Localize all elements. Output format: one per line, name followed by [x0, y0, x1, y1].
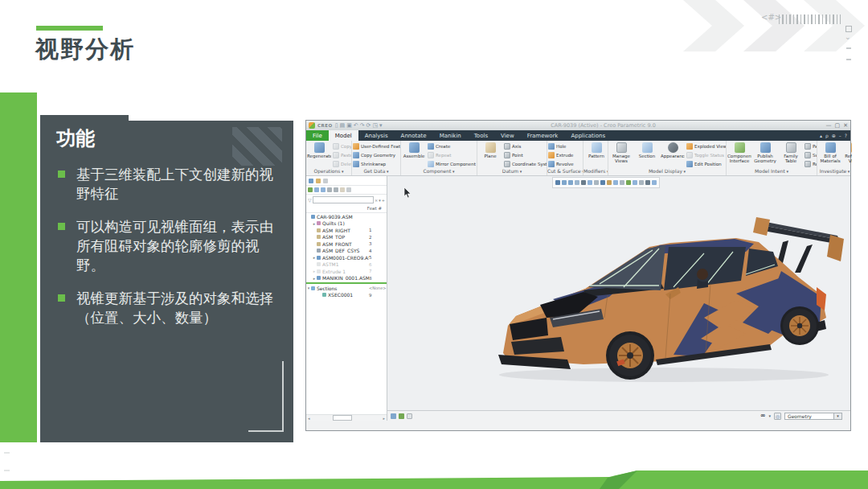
ribbon-item-switch-dimensions[interactable]: Switch Dimensions [805, 151, 817, 159]
group-label-datum[interactable]: Datum [477, 168, 547, 175]
tree-horizontal-scrollbar[interactable]: ◂ ▸ [306, 414, 387, 421]
ribbon-item-reference-viewer[interactable]: Reference Viewer [844, 142, 852, 163]
tab-annotate[interactable]: Annotate [395, 130, 433, 141]
display-style-icon[interactable] [588, 180, 592, 185]
tree-row-asm0001[interactable]: ▸ ASM0001-CREO9.ASM5 [306, 254, 387, 261]
ribbon-item-repeat[interactable]: Repeat [428, 151, 476, 159]
model-tree-tab-icon[interactable] [309, 179, 313, 183]
ribbon-item-copy-geometry[interactable]: Copy Geometry [353, 151, 401, 159]
tree-row-manikin[interactable]: ▸ MANIKIN_0001.ASM8 [306, 275, 387, 282]
regenerate-icon[interactable]: ⟳ [366, 122, 371, 129]
tree-row-asm-def-csys[interactable]: ASM_DEF_CSYS4 [306, 248, 387, 255]
close-icon[interactable]: ✕ [843, 122, 848, 129]
zoom-out-icon[interactable] [568, 180, 573, 185]
tree-row-asm-front[interactable]: ASM_FRONT3 [306, 240, 387, 248]
group-label-operations[interactable]: Operations [306, 168, 351, 175]
annotation-icon[interactable] [633, 180, 637, 185]
tab-model[interactable]: Model [329, 130, 358, 141]
datum-display-icon[interactable] [620, 180, 624, 185]
graphics-canvas[interactable]: ∞ ▾ ◎ Geometry ▾ [387, 176, 850, 421]
ribbon-item-pattern[interactable]: Pattern [584, 142, 608, 158]
favorites-tab-icon[interactable] [323, 179, 328, 183]
scrollbar-thumb[interactable] [333, 415, 352, 421]
clip-icon[interactable] [652, 180, 657, 185]
refit-icon[interactable] [555, 180, 560, 185]
open-file-icon[interactable]: ▤ [340, 122, 346, 129]
ribbon-item-axis[interactable]: Axis [504, 142, 547, 150]
group-label-modifiers[interactable]: Modifiers [583, 168, 608, 175]
tree-filter-input[interactable] [313, 196, 374, 203]
ribbon-item-publish-geometry[interactable]: Publish Geometry [753, 142, 777, 163]
zoom-in-icon[interactable] [562, 180, 567, 185]
filter-tool-icon[interactable]: ◎ [774, 413, 781, 420]
tab-manikin[interactable]: Manikin [433, 130, 468, 141]
search-options-caret-icon[interactable]: ▾ [768, 413, 771, 418]
minimize-icon[interactable]: — [826, 122, 832, 129]
ribbon-item-appearances[interactable]: Appearances [661, 142, 685, 158]
tab-file[interactable]: File [306, 130, 329, 141]
tab-tools[interactable]: Tools [468, 130, 494, 141]
tree-row-extrude1[interactable]: ▸ Extrude 17 [306, 268, 387, 275]
ribbon-item-extrude[interactable]: Extrude [548, 151, 574, 159]
tab-applications[interactable]: Applications [564, 130, 612, 141]
tree-row-quilts[interactable]: ▸ Quilts (1) [306, 220, 387, 228]
options-icon[interactable]: ⊕ [832, 133, 836, 138]
group-label-model-intent[interactable]: Model Intent [727, 168, 817, 175]
clear-filter-icon[interactable]: × [375, 198, 378, 203]
collapse-ribbon-icon[interactable]: ▴ [820, 133, 822, 138]
ribbon-item-delete[interactable]: Delete [333, 160, 352, 168]
help-icon[interactable]: ? [845, 133, 847, 138]
tree-row-asm-right[interactable]: ASM_RIGHT1 [306, 227, 387, 234]
folder-browser-tab-icon[interactable] [316, 179, 321, 183]
more-commands-icon[interactable]: ▾ [379, 122, 383, 129]
notebook-icon[interactable] [407, 413, 412, 419]
ribbon-item-shrinkwrap[interactable]: Shrinkwrap [353, 160, 401, 168]
tab-framework[interactable]: Framework [521, 130, 565, 141]
ribbon-item-parameters[interactable]: Parameters [805, 142, 817, 150]
filter-options-icon[interactable]: ▾ [379, 198, 381, 203]
spin-center-icon[interactable] [626, 180, 631, 185]
sketch-view-icon[interactable] [613, 180, 618, 185]
ribbon-item-edit-position[interactable]: Edit Position [686, 160, 727, 168]
ribbon-item-exploded-view[interactable]: Exploded View [686, 142, 727, 150]
tree-row-root[interactable]: CAR-9039.ASM [306, 213, 387, 220]
appearance-icon[interactable] [607, 180, 612, 185]
pause-icon[interactable] [645, 180, 650, 185]
ribbon-item-mirror-component[interactable]: Mirror Component [428, 160, 476, 168]
tab-analysis[interactable]: Analysis [358, 130, 395, 141]
ribbon-item-section[interactable]: Section [635, 142, 659, 158]
repaint-icon[interactable] [575, 180, 579, 185]
tree-columns-icon[interactable] [334, 187, 338, 192]
ribbon-item-plane[interactable]: Plane [478, 142, 502, 158]
group-label-cut-surface[interactable]: Cut & Surface [547, 168, 583, 175]
new-file-icon[interactable]: ▯ [335, 122, 338, 129]
shading-icon[interactable] [581, 180, 586, 185]
tree-row-xsec0001[interactable]: XSEC00019 [306, 292, 387, 299]
ribbon-item-family-table[interactable]: Family Table [779, 142, 803, 163]
ribbon-item-user-defined-feature[interactable]: User-Defined Feature [353, 142, 401, 150]
tree-row-asm-top[interactable]: ASM_TOP2 [306, 234, 387, 241]
add-filter-icon[interactable]: + [382, 198, 385, 203]
selection-filter-combobox[interactable]: Geometry ▾ [784, 413, 842, 420]
ribbon-item-manage-views[interactable]: Manage Views [609, 142, 633, 163]
model-notes-icon[interactable] [399, 413, 404, 419]
combobox-dropdown-icon[interactable]: ▾ [833, 413, 841, 419]
expand-all-icon[interactable] [314, 187, 319, 192]
settings-icon[interactable] [340, 187, 345, 192]
restore-icon[interactable]: ▢ [835, 122, 841, 129]
tree-row-astm1[interactable]: ASTM16 [306, 261, 387, 269]
show-icon[interactable] [308, 187, 313, 192]
select-geometry-icon[interactable] [391, 413, 396, 419]
ribbon-item-point[interactable]: Point [504, 151, 547, 159]
car-3d-model[interactable] [463, 197, 849, 390]
save-icon[interactable]: ▣ [346, 122, 352, 129]
ribbon-item-hole[interactable]: Hole [548, 142, 574, 150]
search-icon[interactable] [346, 187, 351, 192]
binoculars-search-icon[interactable]: ∞ [760, 413, 766, 419]
tab-view[interactable]: View [494, 130, 521, 141]
group-label-investigate[interactable]: Investigate [817, 168, 852, 175]
command-search-icon[interactable]: ρ [825, 133, 829, 138]
ribbon-item-regenerate[interactable]: Regenerate [307, 142, 331, 158]
ribbon-item-create[interactable]: Create [428, 142, 476, 150]
ribbon-item-coordinate-system[interactable]: Coordinate System [504, 160, 547, 168]
